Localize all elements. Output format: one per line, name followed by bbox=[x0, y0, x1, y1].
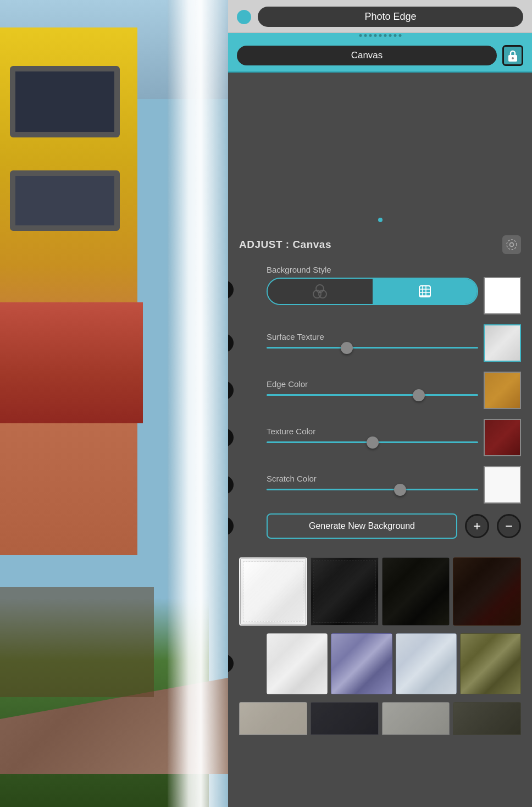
thumbnail-row3-3[interactable] bbox=[382, 702, 450, 770]
badge-3: 3 bbox=[228, 381, 234, 400]
thumbnail-white[interactable] bbox=[239, 557, 307, 626]
teal-dot[interactable] bbox=[237, 10, 251, 24]
white-edge bbox=[168, 0, 228, 807]
canvas-button[interactable]: Canvas bbox=[237, 46, 497, 65]
edge-color-label: Edge Color bbox=[267, 379, 478, 389]
thumbnail-darkbrown[interactable] bbox=[453, 557, 521, 626]
bg-style-inner: Background Style bbox=[267, 265, 521, 314]
surface-texture-swatch[interactable] bbox=[484, 324, 521, 362]
thumbnail-row2-wrapper: 9 bbox=[239, 631, 521, 697]
thumbnail-row3-2[interactable] bbox=[311, 702, 379, 770]
preview-dot bbox=[378, 218, 383, 222]
edge-color-thumb[interactable] bbox=[413, 389, 425, 401]
header-area: Photo Edge bbox=[228, 0, 532, 33]
badge-5: 5 bbox=[228, 476, 234, 494]
texture-color-control: Texture Color bbox=[267, 427, 478, 449]
thumbnail-row3-1[interactable] bbox=[239, 702, 307, 770]
train-window-top bbox=[10, 66, 120, 137]
edge-color-track[interactable] bbox=[267, 394, 478, 396]
scratch-color-track[interactable] bbox=[267, 489, 478, 490]
generate-button[interactable]: Generate New Background bbox=[267, 513, 457, 539]
dot-5 bbox=[379, 34, 381, 37]
thumbnail-dark[interactable] bbox=[382, 557, 450, 626]
thumbnail-purple[interactable] bbox=[331, 633, 392, 694]
thumbnail-lightblue[interactable] bbox=[396, 633, 457, 694]
lock-icon bbox=[507, 49, 518, 62]
texture-color-section: 4 Texture Color bbox=[239, 419, 521, 456]
photo-edge-button[interactable]: Photo Edge bbox=[258, 7, 523, 27]
blend-icon bbox=[312, 284, 328, 299]
adjust-title: ADJUST : Canvas bbox=[239, 239, 331, 251]
texture-icon bbox=[417, 284, 433, 299]
train-window-bottom bbox=[10, 170, 120, 231]
canvas-row: Canvas bbox=[228, 33, 532, 73]
badge-9: 9 bbox=[228, 654, 234, 673]
surface-texture-inner: Surface Texture bbox=[267, 324, 521, 362]
badge-1: 1 bbox=[228, 280, 234, 299]
thumbnail-olive[interactable] bbox=[460, 633, 521, 694]
lock-icon-wrap[interactable] bbox=[502, 45, 523, 66]
edge-color-swatch[interactable] bbox=[484, 372, 521, 409]
dot-3 bbox=[369, 34, 372, 37]
scratch-color-control: Scratch Color bbox=[267, 474, 478, 496]
photo-content bbox=[0, 0, 228, 807]
scratch-color-thumb[interactable] bbox=[394, 484, 406, 496]
svg-point-3 bbox=[507, 240, 517, 250]
bg-style-swatch[interactable] bbox=[484, 277, 521, 314]
scratch-color-inner: Scratch Color bbox=[267, 466, 521, 504]
dot-9 bbox=[398, 34, 401, 37]
plus-container: + bbox=[465, 514, 489, 538]
dot-1 bbox=[359, 34, 362, 37]
texture-color-track[interactable] bbox=[267, 441, 478, 443]
generate-inner: Generate New Background + − bbox=[267, 513, 521, 539]
texture-color-label: Texture Color bbox=[267, 427, 478, 436]
surface-texture-control: Surface Texture bbox=[267, 332, 478, 354]
texture-color-thumb[interactable] bbox=[367, 436, 379, 449]
scratch-color-section: 5 Scratch Color bbox=[239, 466, 521, 504]
thumbnail-black[interactable] bbox=[311, 557, 379, 626]
adjust-header: ADJUST : Canvas bbox=[239, 235, 521, 254]
minus-button[interactable]: − bbox=[497, 514, 521, 538]
thumbnail-white2[interactable] bbox=[267, 633, 328, 694]
bg-style-control: Background Style bbox=[267, 265, 478, 305]
mud-overlay bbox=[0, 587, 154, 697]
surface-texture-thumb[interactable] bbox=[341, 342, 353, 354]
scratch-color-label: Scratch Color bbox=[267, 474, 478, 483]
dot-7 bbox=[389, 34, 391, 37]
badge-2: 2 bbox=[228, 334, 234, 352]
texture-color-inner: Texture Color bbox=[267, 419, 521, 456]
scratch-color-swatch[interactable] bbox=[484, 466, 521, 504]
thumbnail-grid-row2 bbox=[267, 631, 521, 697]
dot-8 bbox=[394, 34, 396, 37]
style-blend-option[interactable] bbox=[268, 279, 373, 304]
thumbnail-row3-4[interactable] bbox=[453, 702, 521, 770]
badge-4: 4 bbox=[228, 428, 234, 447]
background-style-section: 1 Background Style bbox=[239, 265, 521, 314]
surface-texture-track[interactable] bbox=[267, 347, 478, 349]
preview-area bbox=[228, 73, 532, 226]
style-texture-option[interactable] bbox=[373, 279, 478, 304]
settings-button[interactable] bbox=[502, 235, 521, 254]
dots-row bbox=[359, 34, 401, 37]
dot-2 bbox=[364, 34, 367, 37]
surface-texture-section: 2 Surface Texture bbox=[239, 324, 521, 362]
thumbnail-grid-row1 bbox=[239, 555, 521, 628]
edge-color-section: 3 Edge Color bbox=[239, 372, 521, 409]
minus-container: − bbox=[497, 514, 521, 538]
svg-rect-7 bbox=[419, 286, 430, 297]
settings-icon bbox=[506, 239, 518, 251]
svg-point-2 bbox=[510, 243, 514, 247]
dot-4 bbox=[374, 34, 376, 37]
badge-6: 6 bbox=[228, 517, 234, 535]
edge-color-inner: Edge Color bbox=[267, 372, 521, 409]
svg-point-1 bbox=[512, 57, 514, 59]
photo-panel bbox=[0, 0, 228, 807]
plus-button[interactable]: + bbox=[465, 514, 489, 538]
generate-section: 6 Generate New Background + − bbox=[239, 513, 521, 539]
thumbnail-grid-row3 bbox=[239, 700, 521, 772]
right-panel: Photo Edge Canvas AD bbox=[228, 0, 532, 807]
style-toggle[interactable] bbox=[267, 278, 478, 305]
texture-color-swatch[interactable] bbox=[484, 419, 521, 456]
rust-section bbox=[0, 302, 143, 423]
dot-6 bbox=[384, 34, 386, 37]
